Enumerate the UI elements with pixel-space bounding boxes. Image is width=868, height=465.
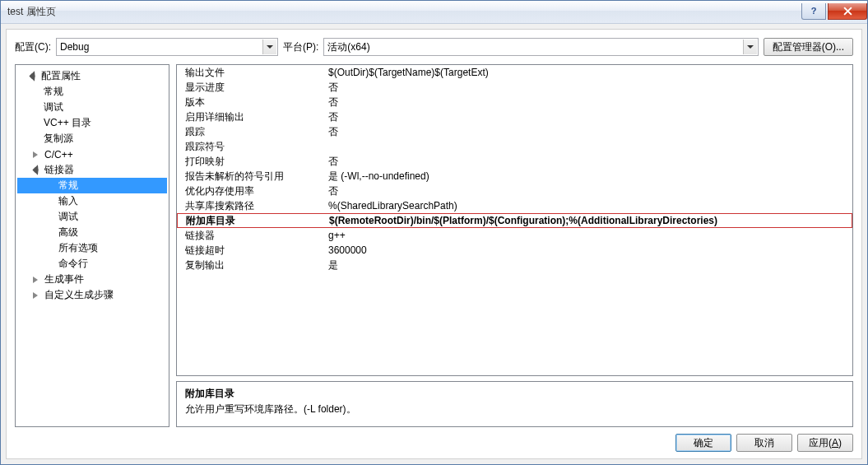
tree-item-linker-cmdline[interactable]: 命令行 bbox=[17, 256, 167, 272]
property-name: 启用详细输出 bbox=[177, 110, 325, 124]
property-name: 链接器 bbox=[177, 229, 325, 243]
property-name: 跟踪符号 bbox=[177, 140, 325, 154]
config-value: Debug bbox=[60, 41, 89, 53]
property-row[interactable]: 打印映射否 bbox=[177, 154, 852, 169]
tree-item-copysrc[interactable]: 复制源 bbox=[17, 131, 167, 146]
property-value[interactable]: 是 bbox=[325, 258, 852, 272]
property-row[interactable]: 链接超时3600000 bbox=[177, 243, 852, 258]
description-text: 允许用户重写环境库路径。(-L folder)。 bbox=[185, 402, 844, 416]
dialog-buttons: 确定 取消 应用(A) bbox=[15, 434, 853, 452]
property-row[interactable]: 报告未解析的符号引用是 (-Wl,--no-undefined) bbox=[177, 169, 852, 184]
tree-item-linker-input[interactable]: 输入 bbox=[17, 193, 167, 209]
platform-label: 平台(P): bbox=[283, 40, 318, 54]
property-row[interactable]: 版本否 bbox=[177, 95, 852, 109]
cancel-button[interactable]: 取消 bbox=[736, 434, 792, 452]
category-tree[interactable]: 配置属性 常规 调试 VC++ 目录 复制源 C/C++ 链接器 常规 输入 调… bbox=[15, 64, 169, 427]
collapse-icon[interactable] bbox=[29, 72, 38, 81]
property-name: 显示进度 bbox=[177, 81, 325, 95]
tree-item-general[interactable]: 常规 bbox=[17, 84, 167, 100]
property-value[interactable]: 否 bbox=[325, 110, 852, 124]
tree-item-linker-general[interactable]: 常规 bbox=[17, 178, 167, 193]
tree-item-linker[interactable]: 链接器 bbox=[17, 162, 167, 178]
property-name: 共享库搜索路径 bbox=[177, 199, 325, 213]
content-area: 配置(C): Debug 平台(P): 活动(x64) 配置管理器(O)... … bbox=[6, 29, 862, 459]
expand-icon[interactable] bbox=[32, 150, 41, 159]
property-value[interactable]: g++ bbox=[325, 230, 852, 241]
help-icon: ? bbox=[811, 6, 817, 16]
window-buttons: ? bbox=[801, 3, 867, 20]
property-value[interactable]: $(RemoteRootDir)/bin/$(Platform)/$(Confi… bbox=[326, 215, 852, 226]
window-title: test 属性页 bbox=[7, 5, 801, 19]
platform-value: 活动(x64) bbox=[327, 40, 369, 54]
property-row[interactable]: 共享库搜索路径%(SharedLibrarySearchPath) bbox=[177, 198, 852, 213]
property-value[interactable]: 否 bbox=[325, 155, 852, 169]
tree-item-buildevents[interactable]: 生成事件 bbox=[17, 272, 167, 287]
property-name: 输出文件 bbox=[177, 66, 325, 80]
tree-root-config[interactable]: 配置属性 bbox=[17, 68, 167, 84]
tree-item-linker-advanced[interactable]: 高级 bbox=[17, 225, 167, 240]
property-value[interactable]: %(SharedLibrarySearchPath) bbox=[325, 200, 852, 212]
property-name: 跟踪 bbox=[177, 125, 325, 139]
property-grid[interactable]: 输出文件$(OutDir)$(TargetName)$(TargetExt)显示… bbox=[176, 64, 853, 376]
chevron-down-icon[interactable] bbox=[743, 40, 757, 54]
expand-icon[interactable] bbox=[32, 291, 41, 300]
main-row: 配置属性 常规 调试 VC++ 目录 复制源 C/C++ 链接器 常规 输入 调… bbox=[15, 64, 853, 427]
property-name: 附加库目录 bbox=[178, 214, 326, 228]
tree-item-vcdirs[interactable]: VC++ 目录 bbox=[17, 115, 167, 131]
property-value[interactable]: 是 (-Wl,--no-undefined) bbox=[325, 170, 852, 184]
close-button[interactable] bbox=[828, 3, 867, 20]
help-button[interactable]: ? bbox=[801, 3, 826, 20]
property-row[interactable]: 启用详细输出否 bbox=[177, 109, 852, 124]
config-label: 配置(C): bbox=[15, 40, 51, 54]
right-column: 输出文件$(OutDir)$(TargetName)$(TargetExt)显示… bbox=[176, 64, 853, 427]
titlebar: test 属性页 ? bbox=[1, 1, 867, 24]
config-toolbar: 配置(C): Debug 平台(P): 活动(x64) 配置管理器(O)... bbox=[15, 38, 853, 56]
expand-icon[interactable] bbox=[32, 275, 41, 284]
property-row[interactable]: 优化内存使用率否 bbox=[177, 184, 852, 198]
config-combo[interactable]: Debug bbox=[56, 38, 278, 56]
tree-item-linker-all[interactable]: 所有选项 bbox=[17, 240, 167, 256]
config-manager-button[interactable]: 配置管理器(O)... bbox=[764, 38, 853, 56]
tree-item-customstep[interactable]: 自定义生成步骤 bbox=[17, 287, 167, 303]
chevron-down-icon[interactable] bbox=[262, 40, 276, 54]
property-value[interactable]: 否 bbox=[325, 81, 852, 95]
property-name: 优化内存使用率 bbox=[177, 184, 325, 198]
platform-combo[interactable]: 活动(x64) bbox=[323, 38, 758, 56]
tree-item-cpp[interactable]: C/C++ bbox=[17, 146, 167, 162]
property-name: 复制输出 bbox=[177, 258, 325, 272]
property-row[interactable]: 附加库目录$(RemoteRootDir)/bin/$(Platform)/$(… bbox=[177, 213, 852, 228]
property-row[interactable]: 链接器g++ bbox=[177, 228, 852, 243]
property-row[interactable]: 显示进度否 bbox=[177, 80, 852, 95]
property-row[interactable]: 输出文件$(OutDir)$(TargetName)$(TargetExt) bbox=[177, 65, 852, 80]
property-name: 报告未解析的符号引用 bbox=[177, 170, 325, 184]
property-name: 链接超时 bbox=[177, 244, 325, 258]
property-row[interactable]: 跟踪符号 bbox=[177, 139, 852, 154]
property-row[interactable]: 复制输出是 bbox=[177, 258, 852, 272]
property-value[interactable]: 否 bbox=[325, 125, 852, 139]
close-icon bbox=[843, 7, 852, 16]
description-title: 附加库目录 bbox=[185, 387, 844, 401]
property-value[interactable]: 否 bbox=[325, 184, 852, 198]
property-value[interactable]: 3600000 bbox=[325, 244, 852, 256]
property-row[interactable]: 跟踪否 bbox=[177, 124, 852, 139]
tree-item-linker-debug[interactable]: 调试 bbox=[17, 209, 167, 225]
property-value[interactable]: $(OutDir)$(TargetName)$(TargetExt) bbox=[325, 67, 852, 78]
description-box: 附加库目录 允许用户重写环境库路径。(-L folder)。 bbox=[176, 381, 853, 427]
ok-button[interactable]: 确定 bbox=[675, 434, 731, 452]
apply-button[interactable]: 应用(A) bbox=[797, 434, 853, 452]
property-value[interactable]: 否 bbox=[325, 95, 852, 109]
collapse-icon[interactable] bbox=[32, 165, 41, 174]
tree-item-debug[interactable]: 调试 bbox=[17, 100, 167, 115]
property-page-window: test 属性页 ? 配置(C): Debug 平台(P): 活动(x64) 配… bbox=[0, 0, 868, 465]
property-name: 打印映射 bbox=[177, 155, 325, 169]
property-name: 版本 bbox=[177, 95, 325, 109]
